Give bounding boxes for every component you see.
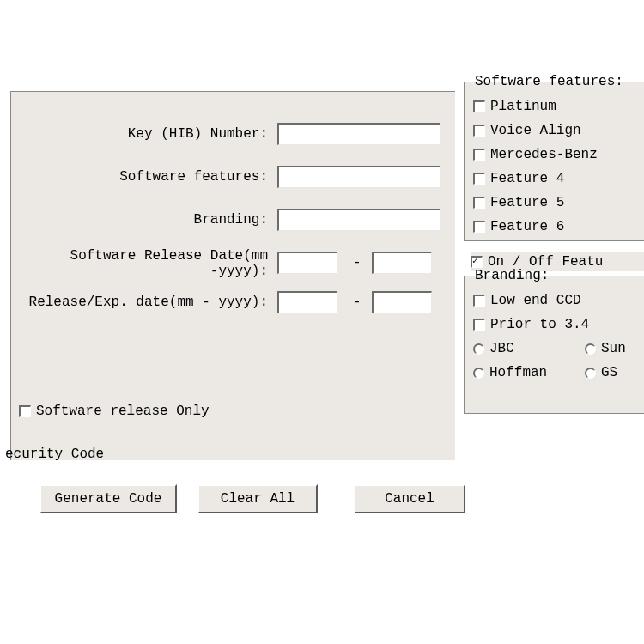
software-features-group: Software features: PlatinumVoice AlignMe… (464, 74, 644, 241)
branding-check-label: Prior to 3.4 (490, 317, 589, 332)
branding-radio-label: JBC (489, 341, 514, 356)
software-release-only-label: Software release Only (36, 404, 210, 419)
feature-label: Feature 5 (490, 195, 564, 210)
release-date-label-line2: -yyyy): (210, 264, 268, 279)
security-code-label: ecurity Code (5, 447, 104, 462)
branding-radio[interactable] (473, 343, 484, 355)
branding-radio[interactable] (585, 368, 596, 379)
software-release-only-checkbox[interactable] (19, 405, 31, 417)
branding-group: Branding: Low end CCDPrior to 3.4 JBCHof… (464, 268, 644, 414)
branding-radios-left: JBCHoffman (473, 337, 585, 385)
row-branding: Branding: (11, 209, 455, 234)
software-features-label: Software features: (119, 169, 268, 185)
feature-label: Feature 6 (490, 219, 564, 234)
feature-label: Platinum (490, 99, 556, 114)
branding-radio-label: Hoffman (489, 365, 547, 380)
exp-date-mm-input[interactable] (277, 291, 337, 313)
branding-checkbox[interactable] (473, 319, 485, 331)
branding-input[interactable] (277, 209, 440, 231)
row-exp-date: Release/Exp. date(mm - yyyy): - (11, 291, 455, 317)
feature-label: Mercedes-Benz (490, 147, 598, 162)
feature-checkbox[interactable] (473, 100, 485, 112)
release-date-yyyy-input[interactable] (372, 252, 432, 274)
onoff-feature-checkbox[interactable] (471, 256, 483, 268)
branding-check-label: Low end CCD (490, 293, 581, 308)
release-date-label: Software Release Date(mm -yyyy): (70, 248, 268, 279)
row-release-date: Software Release Date(mm -yyyy): - (11, 252, 455, 277)
branding-radios-right: SunGS (585, 337, 626, 385)
clear-all-button[interactable]: Clear All (197, 484, 318, 513)
feature-option[interactable]: Feature 4 (473, 167, 644, 191)
branding-radio-option[interactable]: Hoffman (473, 361, 585, 385)
feature-option[interactable]: Feature 5 (473, 191, 644, 215)
branding-radio-option[interactable]: JBC (473, 337, 585, 361)
software-features-input[interactable] (277, 166, 440, 188)
software-release-only-option[interactable]: Software release Only (19, 404, 210, 419)
branding-checks: Low end CCDPrior to 3.4 (473, 289, 644, 337)
branding-radio-label: Sun (601, 341, 626, 356)
branding-radio[interactable] (585, 343, 596, 355)
branding-group-legend: Branding: (473, 268, 550, 283)
software-features-group-legend: Software features: (473, 74, 625, 89)
branding-label: Branding: (194, 212, 268, 228)
feature-option[interactable]: Platinum (473, 94, 644, 118)
row-software-features: Software features: (11, 166, 455, 191)
dialog-window: Key (HIB) Number: Software features: Bra… (0, 69, 644, 567)
feature-checkbox[interactable] (473, 197, 485, 209)
branding-radio-label: GS (601, 365, 617, 380)
release-date-mm-input[interactable] (277, 252, 337, 274)
branding-radio-option[interactable]: Sun (585, 337, 626, 361)
software-features-list: PlatinumVoice AlignMercedes-BenzFeature … (473, 94, 644, 239)
branding-checkbox[interactable] (473, 295, 485, 307)
exp-date-yyyy-input[interactable] (372, 291, 432, 313)
feature-label: Voice Align (490, 123, 581, 138)
key-number-label: Key (HIB) Number: (128, 126, 268, 142)
row-key-number: Key (HIB) Number: (11, 123, 455, 149)
branding-radio-option[interactable]: GS (585, 361, 626, 385)
feature-label: Feature 4 (490, 171, 564, 186)
branding-check-option[interactable]: Prior to 3.4 (473, 313, 644, 337)
feature-checkbox[interactable] (473, 173, 485, 185)
exp-date-dash: - (353, 295, 361, 310)
branding-radios: JBCHoffman SunGS (473, 337, 644, 385)
feature-checkbox[interactable] (473, 221, 485, 233)
generate-code-button[interactable]: Generate Code (39, 484, 177, 513)
key-number-input[interactable] (277, 123, 440, 145)
feature-option[interactable]: Mercedes-Benz (473, 143, 644, 167)
feature-option[interactable]: Voice Align (473, 118, 644, 143)
release-date-dash: - (353, 255, 361, 270)
release-date-label-line1: Software Release Date(mm (70, 248, 268, 264)
feature-checkbox[interactable] (473, 125, 485, 137)
exp-date-label: Release/Exp. date(mm - yyyy): (29, 295, 268, 310)
cancel-button[interactable]: Cancel (354, 484, 465, 513)
branding-radio[interactable] (473, 368, 484, 379)
feature-option[interactable]: Feature 6 (473, 215, 644, 239)
branding-check-option[interactable]: Low end CCD (473, 289, 644, 313)
feature-checkbox[interactable] (473, 149, 485, 161)
